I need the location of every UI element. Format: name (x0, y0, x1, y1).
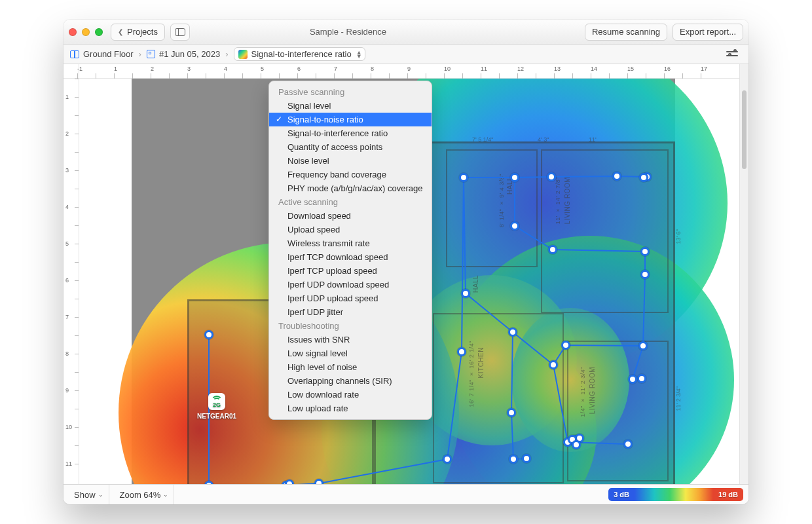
window-controls (69, 28, 103, 36)
survey-point[interactable] (638, 341, 648, 350)
zoom-label: Zoom 64% (120, 490, 161, 500)
wifi-icon (212, 396, 221, 401)
dropdown-item[interactable]: Download speed (269, 209, 432, 223)
wifi-band-label: 2G (213, 402, 221, 408)
survey-point[interactable] (549, 360, 558, 369)
ruler-tick: 1 (65, 94, 69, 100)
survey-point[interactable] (314, 479, 323, 484)
dropdown-item[interactable]: Issues with SNR (269, 333, 432, 346)
survey-point[interactable] (457, 347, 466, 356)
dropdown-item[interactable]: PHY mode (a/b/g/n/ac/ax) coverage (269, 181, 432, 195)
title-bar: ❮ Projects Sample - Residence Resume sca… (64, 20, 748, 45)
close-window-button[interactable] (69, 28, 77, 36)
survey-point[interactable] (510, 221, 519, 231)
vertical-scrollbar[interactable] (739, 64, 748, 484)
zoom-menu[interactable]: Zoom 64% ⌄ (115, 485, 175, 504)
access-point-name: NETGEAR01 (197, 413, 236, 420)
legend-gradient (635, 488, 713, 501)
scrollbar-thumb[interactable] (742, 90, 747, 169)
access-point-marker[interactable]: 2G NETGEAR01 (197, 393, 236, 420)
survey-point[interactable] (204, 330, 213, 339)
status-bar: Show ⌄ Zoom 64% ⌄ 3 dB 19 dB (64, 484, 748, 504)
ruler-tick: 10 (65, 424, 72, 430)
survey-point[interactable] (522, 454, 531, 463)
visualization-settings-button[interactable] (722, 46, 742, 63)
survey-point[interactable] (640, 270, 650, 279)
survey-point[interactable] (548, 245, 557, 254)
export-report-button[interactable]: Export report... (673, 24, 743, 41)
survey-point[interactable] (509, 455, 518, 464)
show-menu[interactable]: Show ⌄ (69, 485, 109, 504)
dropdown-group-header: Passive scanning (269, 85, 432, 99)
minimize-window-button[interactable] (82, 28, 90, 36)
ruler-tick: 12 (517, 66, 524, 72)
chevron-down-icon: ⌄ (163, 491, 168, 498)
chevron-right-icon: › (225, 49, 228, 59)
heatmap-type-selector[interactable]: Signal-to-interference ratio ▲▼ (234, 47, 365, 61)
survey-point[interactable] (640, 247, 650, 256)
survey-point[interactable] (507, 408, 516, 417)
heatmap-canvas[interactable]: LIVING ROOM 11' × 14' 2 7/8" LIVING ROOM… (79, 79, 739, 484)
survey-point[interactable] (285, 479, 294, 484)
dropdown-item[interactable]: Frequency band coverage (269, 168, 432, 181)
ruler-tick: 3 (187, 66, 191, 72)
ruler-tick: 8 (371, 66, 374, 72)
ruler-tick: 11 (65, 460, 72, 467)
survey-point[interactable] (572, 440, 581, 449)
legend-high-label: 19 dB (713, 488, 743, 501)
breadcrumb-floor-label: Ground Floor (83, 49, 134, 59)
color-legend: 3 dB 19 dB (608, 488, 743, 501)
survey-point[interactable] (508, 328, 517, 337)
dropdown-item[interactable]: Low download rate (269, 388, 432, 402)
dropdown-item[interactable]: Iperf UDP upload speed (269, 291, 432, 305)
dropdown-group-header: Active scanning (269, 195, 432, 209)
sliders-icon (726, 50, 738, 59)
survey-point[interactable] (461, 289, 470, 298)
ruler-horizontal: -11234567891011121314151617 (79, 64, 739, 79)
updown-chevrons-icon: ▲▼ (356, 50, 362, 58)
dropdown-item[interactable]: Signal level (269, 99, 432, 113)
ruler-tick: 4 (224, 66, 227, 72)
survey-point[interactable] (628, 375, 637, 384)
breadcrumb-floor[interactable]: Ground Floor (70, 49, 134, 59)
dropdown-group-header: Troubleshooting (269, 319, 432, 333)
survey-point[interactable] (639, 173, 648, 182)
dropdown-item[interactable]: High level of noise (269, 360, 432, 374)
dropdown-item[interactable]: Quantity of access points (269, 140, 432, 154)
breadcrumb-snapshot[interactable]: #1 Jun 05, 2023 (147, 49, 220, 59)
survey-point[interactable] (623, 440, 633, 449)
dropdown-item[interactable]: Iperf TCP download speed (269, 250, 432, 264)
dropdown-item[interactable]: Low signal level (269, 346, 432, 360)
sidebar-icon (175, 28, 185, 36)
survey-point[interactable] (612, 172, 621, 181)
dropdown-item[interactable]: Overlapping channels (SIR) (269, 374, 432, 388)
survey-point[interactable] (637, 374, 646, 383)
dropdown-item[interactable]: Iperf UDP download speed (269, 278, 432, 291)
heatmap-type-dropdown: Passive scanningSignal levelSignal-to-no… (268, 81, 432, 420)
dropdown-item[interactable]: Signal-to-noise ratio (269, 113, 432, 126)
survey-point[interactable] (459, 173, 468, 182)
dropdown-item[interactable]: Wireless transmit rate (269, 236, 432, 250)
dropdown-item[interactable]: Upload speed (269, 223, 432, 236)
ruler-tick: 6 (297, 66, 301, 72)
chevron-down-icon: ⌄ (98, 491, 103, 498)
dropdown-item[interactable]: Signal-to-interference ratio (269, 126, 432, 140)
dropdown-item[interactable]: Noise level (269, 154, 432, 168)
survey-point[interactable] (443, 455, 452, 464)
ruler-tick: 7 (334, 66, 337, 72)
survey-point[interactable] (561, 341, 570, 350)
dropdown-item[interactable]: Low upload rate (269, 402, 432, 415)
ruler-tick: 8 (65, 350, 69, 357)
app-window: ❮ Projects Sample - Residence Resume sca… (64, 20, 748, 504)
survey-point[interactable] (547, 172, 556, 181)
resume-scanning-button[interactable]: Resume scanning (585, 24, 667, 41)
heatmap-icon (238, 50, 248, 59)
dropdown-item[interactable]: Iperf UDP jitter (269, 305, 432, 319)
ruler-vertical: 1234567891011 (64, 79, 79, 484)
ruler-tick: 5 (65, 240, 69, 247)
ruler-tick: 5 (261, 66, 264, 72)
maximize-window-button[interactable] (95, 28, 103, 36)
dropdown-item[interactable]: Iperf TCP upload speed (269, 264, 432, 278)
ruler-tick: 6 (65, 277, 69, 284)
survey-point[interactable] (510, 173, 519, 182)
